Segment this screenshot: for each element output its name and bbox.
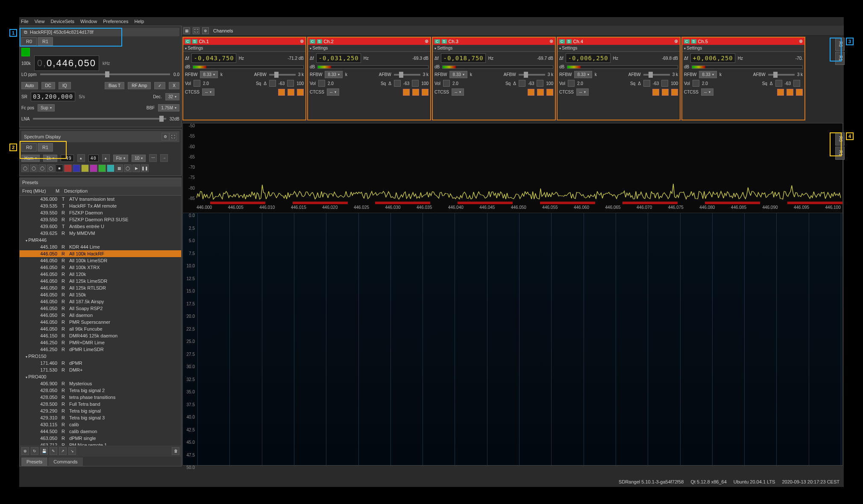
spectrum-settings-icon[interactable]: ⚙	[161, 133, 169, 141]
spec-grid-icon[interactable]: ▦	[115, 164, 123, 172]
preset-row[interactable]: 446.050RAll 125k RTLSDR	[20, 284, 181, 291]
channel-offset-freq[interactable]: -0,043,750	[191, 53, 236, 63]
vol-knob-icon[interactable]	[194, 80, 200, 87]
preset-row[interactable]: 463.712RPM Nice remote 1	[20, 442, 181, 445]
spec-color-5[interactable]	[98, 164, 106, 172]
channel-header[interactable]: CSCh.5 ⊗	[682, 38, 804, 45]
ref-up-icon[interactable]: ▴	[77, 154, 85, 162]
preset-group[interactable]: PRO150	[20, 353, 181, 360]
scope-icon[interactable]	[297, 89, 304, 96]
window-fn-dropdown[interactable]: Ham	[21, 155, 40, 162]
curve-icon[interactable]: 〰	[149, 154, 157, 162]
presets-tab-commands[interactable]: Commands	[48, 457, 82, 466]
channels-add-icon[interactable]: ⊕	[202, 27, 209, 34]
preset-row[interactable]: 430.115Rcalib	[20, 421, 181, 428]
fcpos-dropdown[interactable]: Sup	[38, 104, 55, 111]
channel-settings-toggle[interactable]: Settings	[558, 45, 680, 52]
menu-help[interactable]: Help	[134, 19, 144, 24]
preset-group[interactable]: PMR446	[20, 237, 181, 243]
spectrum-expand-icon[interactable]: ⛶	[169, 133, 177, 141]
preset-row[interactable]: 439.535THackRF Tx AM remote	[20, 202, 181, 209]
channel-settings-toggle[interactable]: Settings	[183, 45, 305, 52]
device-title-bar[interactable]: ⧉ HackRF[0] 453c64c8214d178f	[21, 28, 179, 36]
audio-icon[interactable]	[777, 89, 784, 96]
channel-header[interactable]: CSCh.3 ⊗	[433, 38, 555, 45]
rfbw-dropdown[interactable]: 8.33	[200, 71, 217, 78]
check-button[interactable]: ✓	[154, 82, 165, 89]
sq2-knob-icon[interactable]	[537, 80, 543, 87]
ctcss-dropdown[interactable]: --	[701, 88, 713, 96]
preset-row[interactable]: 446.050RAll daemon	[20, 312, 181, 319]
ctcss-dropdown[interactable]: --	[202, 88, 214, 96]
preset-row[interactable]: 446.050RAll 125k LimeSDR	[20, 278, 181, 284]
afbw-slider[interactable]	[269, 74, 296, 76]
scope-icon[interactable]	[796, 89, 803, 96]
preset-row[interactable]: 445.180RKDR 444 Lime	[20, 243, 181, 250]
preset-row[interactable]: 446.050RPMR Superscanner	[20, 319, 181, 325]
ctcss-dropdown[interactable]: --	[452, 88, 464, 96]
auto-button[interactable]: Auto	[21, 82, 38, 89]
fix-dropdown[interactable]: Fix	[113, 155, 128, 162]
dec-dropdown[interactable]: 32	[165, 93, 179, 100]
spec-color-6[interactable]	[107, 164, 114, 172]
device-tab-r0[interactable]: R0	[21, 37, 37, 46]
sq2-knob-icon[interactable]	[412, 80, 419, 87]
presets-tab-presets[interactable]: Presets	[21, 457, 47, 466]
preset-add-icon[interactable]: ⊕	[21, 447, 29, 455]
scope-icon[interactable]	[546, 89, 553, 96]
spec-btn-circle[interactable]: ◯	[124, 164, 132, 172]
spec-btn-1[interactable]: ◯	[21, 164, 29, 172]
close-icon[interactable]: ⊗	[674, 38, 678, 44]
preset-row[interactable]: 171.460RdPMR	[20, 360, 181, 366]
sq-knob-icon[interactable]	[394, 80, 401, 87]
preset-row[interactable]: 446.250RdPMR LimeSDR	[20, 346, 181, 353]
rfbw-dropdown[interactable]: 8.33	[325, 71, 342, 78]
afbw-slider[interactable]	[394, 74, 420, 76]
preset-row[interactable]: 446.050RAll 150k	[20, 291, 181, 298]
spectrum-plot[interactable]: -50-55-60-65-70-75-80-85 446.000446.0054…	[183, 123, 842, 213]
preset-export-icon[interactable]: ↗	[59, 447, 67, 455]
menu-window[interactable]: Window	[80, 19, 97, 24]
iq-button[interactable]: IQ	[59, 82, 71, 89]
sq2-knob-icon[interactable]	[287, 80, 294, 87]
spectrum-side-r0[interactable]: R0	[835, 132, 845, 146]
range-level[interactable]: 40	[88, 155, 99, 162]
center-freq-display[interactable]: 0,0,446,050	[34, 56, 99, 71]
dc-button[interactable]: DC	[41, 82, 55, 89]
rfbw-dropdown[interactable]: 8.33	[449, 71, 467, 78]
preset-row[interactable]: 446.050RAll 120k	[20, 271, 181, 278]
sq-knob-icon[interactable]	[775, 80, 782, 87]
preset-row[interactable]: 446.050RAll 100k HackRF	[20, 250, 181, 257]
avg-dropdown[interactable]: 10	[132, 155, 146, 162]
spec-btn-3[interactable]: ◯	[38, 164, 46, 172]
device-tab-r1[interactable]: R1	[38, 37, 53, 46]
x-button[interactable]: X	[169, 82, 179, 89]
menu-file[interactable]: File	[21, 19, 29, 24]
spec-btn-4[interactable]: ◯	[47, 164, 55, 172]
close-icon[interactable]: ⊗	[549, 38, 553, 44]
preset-row[interactable]: 446.050RAll 187.5k Airspy	[20, 298, 181, 305]
preset-save-icon[interactable]: 💾	[40, 447, 48, 455]
spec-play-icon[interactable]: ▶	[132, 164, 140, 172]
audio-icon[interactable]	[403, 89, 410, 96]
ref-level[interactable]: -49	[61, 155, 74, 162]
preset-row[interactable]: 446.050RAll 100k XTRX	[20, 264, 181, 271]
preset-row[interactable]: 446.250RPMR+DMR Lime	[20, 339, 181, 346]
afbw-slider[interactable]	[643, 74, 670, 76]
channel-settings-toggle[interactable]: Settings	[308, 45, 430, 52]
channel-offset-freq[interactable]: -0,006,250	[566, 53, 610, 63]
sq-knob-icon[interactable]	[269, 80, 276, 87]
channels-side-r1[interactable]: R1	[835, 52, 845, 65]
menu-view[interactable]: View	[35, 19, 45, 24]
mute-icon[interactable]	[412, 89, 419, 96]
channel-settings-toggle[interactable]: Settings	[433, 45, 555, 52]
spectrum-side-r1[interactable]: R1	[835, 147, 845, 160]
loppm-slider[interactable]	[40, 73, 170, 75]
spec-btn-2[interactable]: ◯	[30, 164, 38, 172]
preset-row[interactable]: 429.310RTetra big signal 3	[20, 414, 181, 421]
preset-row[interactable]: 428.050RTetra big signal 2	[20, 387, 181, 394]
close-icon[interactable]: ⊗	[799, 38, 803, 44]
channel-offset-freq[interactable]: +0,006,250	[690, 53, 735, 63]
range-up-icon[interactable]: ▴	[102, 154, 110, 162]
preset-row[interactable]: 439.600TAntibes entrée U	[20, 223, 181, 230]
